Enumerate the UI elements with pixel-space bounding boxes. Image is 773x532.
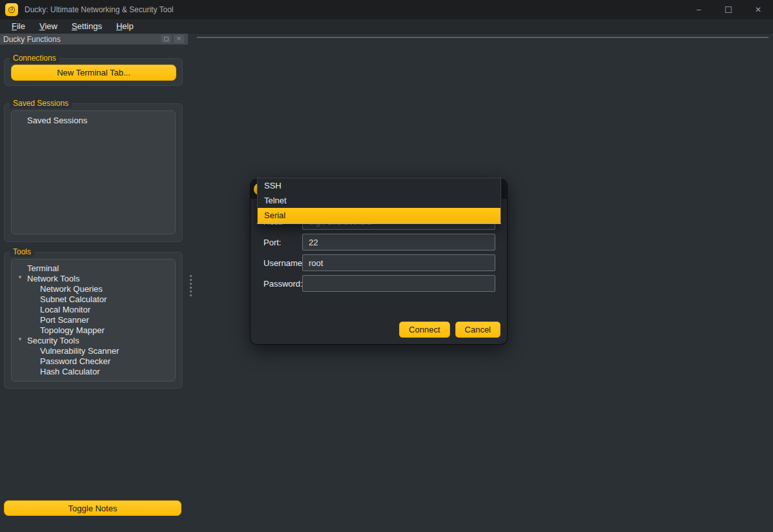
dock-header: Ducky Functions ✕: [0, 34, 188, 45]
dropdown-option-telnet[interactable]: Telnet: [258, 193, 500, 208]
menu-bar: File View Settings Help: [0, 19, 773, 34]
menu-file[interactable]: File: [5, 20, 32, 33]
saved-sessions-group: Saved Sessions Saved Sessions: [4, 103, 183, 242]
connections-group-label: Connections: [10, 53, 59, 63]
expander-down-icon[interactable]: ▾: [16, 274, 24, 280]
cancel-button[interactable]: Cancel: [455, 322, 500, 338]
tree-item-security-tools[interactable]: ▾ Security Tools: [12, 335, 175, 345]
tools-group: Tools Terminal ▾ Network Tools Network Q…: [4, 252, 183, 389]
window-titlebar: Ducky: Ultimate Networking & Security To…: [0, 0, 773, 19]
window-title: Ducky: Ultimate Networking & Security To…: [25, 5, 174, 14]
password-input[interactable]: [302, 275, 495, 292]
port-input[interactable]: [302, 234, 495, 251]
connection-type-dropdown: SSH Telnet Serial: [257, 178, 501, 224]
dock-title: Ducky Functions: [3, 35, 61, 44]
port-row: Port:: [263, 234, 495, 251]
username-input[interactable]: [302, 254, 495, 271]
menu-help[interactable]: Help: [110, 20, 140, 33]
dock-panel: Connections New Terminal Tab... Saved Se…: [0, 45, 188, 532]
tools-tree[interactable]: Terminal ▾ Network Tools Network Queries…: [11, 259, 176, 382]
dropdown-option-serial[interactable]: Serial: [258, 208, 500, 223]
username-label: Username:: [263, 258, 302, 268]
tree-item-hash-calculator[interactable]: Hash Calculator: [12, 366, 175, 376]
dialog-buttons: Connect Cancel: [399, 322, 500, 338]
toggle-notes-button[interactable]: Toggle Notes: [4, 500, 181, 516]
connections-group: Connections New Terminal Tab...: [4, 58, 183, 86]
password-label: Password:: [263, 279, 302, 289]
menu-view[interactable]: View: [33, 20, 64, 33]
saved-sessions-root-item[interactable]: Saved Sessions: [12, 116, 175, 125]
tree-item-port-scanner[interactable]: Port Scanner: [12, 314, 175, 325]
expander-down-icon[interactable]: ▾: [16, 336, 24, 342]
minimize-icon: –: [697, 5, 701, 14]
tree-item-local-monitor[interactable]: Local Monitor: [12, 304, 175, 314]
main-tab-pane-edge: [197, 37, 768, 38]
password-row: Password:: [263, 275, 495, 292]
new-terminal-tab-button[interactable]: New Terminal Tab...: [11, 65, 176, 81]
maximize-icon: ☐: [725, 5, 733, 15]
maximize-button[interactable]: ☐: [714, 0, 743, 19]
tree-item-terminal[interactable]: Terminal: [12, 263, 175, 273]
dock-close-icon: ✕: [176, 36, 181, 42]
duck-swirl-icon: [7, 5, 16, 14]
minimize-button[interactable]: –: [684, 0, 714, 19]
tree-item-vulnerability-scanner[interactable]: Vulnerability Scanner: [12, 345, 175, 356]
dock-float-button[interactable]: [161, 35, 171, 43]
tree-item-topology-mapper[interactable]: Topology Mapper: [12, 325, 175, 335]
splitter-handle[interactable]: [189, 275, 192, 297]
dock-close-button[interactable]: ✕: [174, 35, 184, 43]
connect-button[interactable]: Connect: [399, 322, 449, 338]
dropdown-option-ssh[interactable]: SSH: [258, 178, 500, 193]
float-icon: [164, 37, 169, 41]
menu-settings[interactable]: Settings: [65, 20, 108, 33]
connection-form: Host: Port: Username: Password:: [251, 213, 507, 296]
app-logo-icon: [5, 3, 18, 16]
window-controls: – ☐ ✕: [684, 0, 773, 19]
tools-group-label: Tools: [10, 247, 34, 257]
close-button[interactable]: ✕: [743, 0, 773, 19]
tree-item-password-checker[interactable]: Password Checker: [12, 356, 175, 366]
close-icon: ✕: [755, 5, 761, 14]
port-label: Port:: [263, 238, 302, 247]
tree-item-network-queries[interactable]: Network Queries: [12, 283, 175, 294]
tree-item-subnet-calculator[interactable]: Subnet Calculator: [12, 294, 175, 304]
tree-item-network-tools[interactable]: ▾ Network Tools: [12, 273, 175, 283]
saved-sessions-list[interactable]: Saved Sessions: [11, 110, 176, 234]
username-row: Username:: [263, 254, 495, 271]
saved-sessions-group-label: Saved Sessions: [10, 98, 72, 108]
